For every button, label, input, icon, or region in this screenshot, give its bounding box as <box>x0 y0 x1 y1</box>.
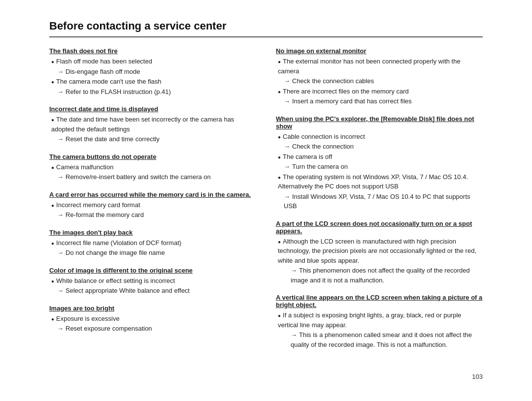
right-column: No image on external monitorThe external… <box>276 47 483 358</box>
section-title-card-error: A card error has occurred while the memo… <box>49 191 256 198</box>
section-bright: Images are too brightExposure is excessi… <box>49 305 256 334</box>
item-vertical-line-0: If a subject is exposing bright lights, … <box>278 310 483 330</box>
section-color: Color of image is different to the origi… <box>49 267 256 296</box>
page-number: 103 <box>49 373 483 380</box>
item-no-image-3: Insert a memory card that has correct fi… <box>284 96 483 106</box>
page-title: Before contacting a service center <box>49 20 483 37</box>
item-color-0: White balance or effect setting is incor… <box>51 276 256 286</box>
item-removable-disk-2: The camera is off <box>278 152 483 162</box>
item-flash-2: The camera mode can't use the flash <box>51 77 256 87</box>
section-vertical-line: A vertical line appears on the LCD scree… <box>276 294 483 349</box>
item-flash-3: Refer to the FLASH instruction (p.41) <box>57 87 256 97</box>
page: Before contacting a service center The f… <box>25 0 507 400</box>
item-playback-1: Do not change the image file name <box>57 248 256 258</box>
columns: The flash does not fireFlash off mode ha… <box>49 47 483 358</box>
section-buttons: The camera buttons do not operateCamera … <box>49 153 256 182</box>
item-flash-0: Flash off mode has been selected <box>51 57 256 66</box>
item-no-image-2: There are incorrect files on the memory … <box>278 87 483 96</box>
section-removable-disk: When using the PC's explorer, the [Remov… <box>276 115 483 211</box>
section-lcd-spot: A part of the LCD screen does not occasi… <box>276 220 483 285</box>
item-no-image-0: The external monitor has not been connec… <box>278 57 483 76</box>
item-card-error-0: Incorrect memory card format <box>51 200 256 210</box>
item-flash-1: Dis-engage flash off mode <box>57 67 256 77</box>
item-date-1: Reset the date and time correctly <box>57 134 256 144</box>
section-title-lcd-spot: A part of the LCD screen does not occasi… <box>276 220 483 235</box>
item-buttons-1: Remove/re-insert battery and switch the … <box>57 172 256 182</box>
section-title-removable-disk: When using the PC's explorer, the [Remov… <box>276 115 483 130</box>
section-no-image: No image on external monitorThe external… <box>276 47 483 106</box>
section-title-vertical-line: A vertical line appears on the LCD scree… <box>276 294 483 308</box>
item-removable-disk-3: Turn the camera on <box>284 162 483 172</box>
section-title-flash: The flash does not fire <box>49 47 256 55</box>
section-card-error: A card error has occurred while the memo… <box>49 191 256 220</box>
section-title-date: Incorrect date and time is displayed <box>49 105 256 113</box>
item-bright-1: Reset exposure compensation <box>57 324 256 334</box>
item-removable-disk-0: Cable connection is incorrect <box>278 132 483 142</box>
item-bright-0: Exposure is excessive <box>51 314 256 324</box>
item-buttons-0: Camera malfunction <box>51 162 256 172</box>
item-color-1: Select appropriate White balance and eff… <box>57 286 256 296</box>
section-playback: The images don't play backIncorrect file… <box>49 229 256 258</box>
section-title-bright: Images are too bright <box>49 305 256 312</box>
item-removable-disk-1: Check the connection <box>284 142 483 152</box>
section-title-playback: The images don't play back <box>49 229 256 236</box>
item-removable-disk-4: The operating system is not Windows XP, … <box>278 172 483 191</box>
section-flash: The flash does not fireFlash off mode ha… <box>49 47 256 96</box>
section-date: Incorrect date and time is displayedThe … <box>49 105 256 144</box>
item-vertical-line-1: This is a phenomenon called smear and it… <box>291 330 483 349</box>
item-removable-disk-5: Install Windows XP, Vista, 7 / Mac OS 10… <box>284 192 483 211</box>
item-card-error-1: Re-format the memory card <box>57 210 256 220</box>
section-title-color: Color of image is different to the origi… <box>49 267 256 274</box>
item-date-0: The date and time have been set incorrec… <box>51 115 256 134</box>
section-title-no-image: No image on external monitor <box>276 47 483 55</box>
item-lcd-spot-0: Although the LCD screen is manufactured … <box>278 237 483 266</box>
item-playback-0: Incorrect file name (Violation of DCF fo… <box>51 238 256 248</box>
item-lcd-spot-1: This phenomenon does not affect the qual… <box>291 266 483 285</box>
item-no-image-1: Check the connection cables <box>284 76 483 86</box>
left-column: The flash does not fireFlash off mode ha… <box>49 47 256 358</box>
section-title-buttons: The camera buttons do not operate <box>49 153 256 160</box>
